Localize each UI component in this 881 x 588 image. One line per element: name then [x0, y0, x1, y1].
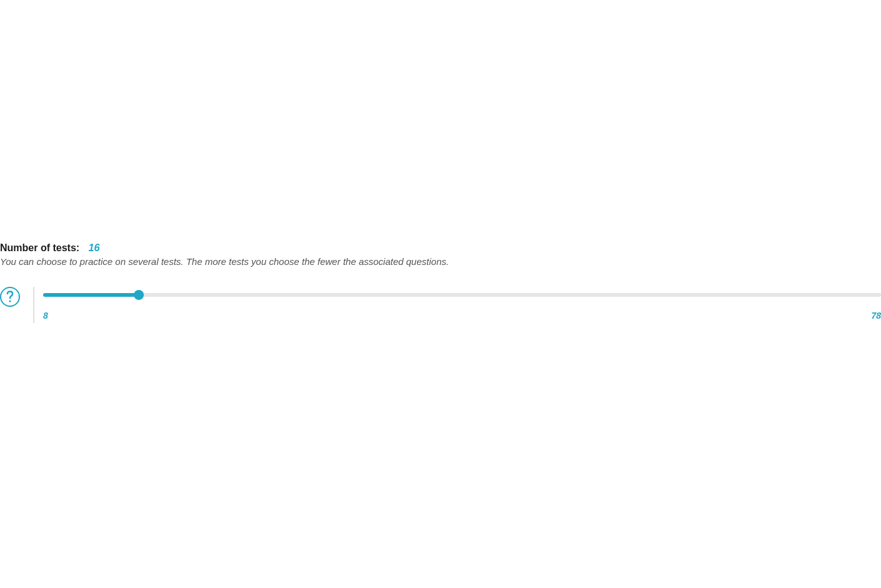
vertical-divider: [33, 287, 34, 323]
help-icon-wrapper: [0, 287, 20, 307]
slider-fill: [43, 293, 139, 297]
slider-track[interactable]: [43, 293, 881, 297]
slider-label: Number of tests:: [0, 242, 79, 253]
slider-min-label: 8: [43, 311, 48, 321]
slider-max-label: 78: [871, 311, 881, 321]
svg-point-0: [9, 300, 11, 302]
slider-range-labels: 8 78: [43, 311, 881, 321]
header-row: Number of tests: 16: [0, 242, 881, 254]
slider-current-value: 16: [89, 242, 100, 253]
help-icon[interactable]: [0, 287, 20, 307]
slider-thumb[interactable]: [134, 290, 144, 300]
slider-description: You can choose to practice on several te…: [0, 256, 881, 267]
question-mark-icon: [6, 291, 14, 303]
slider-row: 8 78: [0, 287, 881, 323]
slider-control-section: Number of tests: 16 You can choose to pr…: [0, 242, 881, 323]
slider-wrapper: 8 78: [43, 287, 881, 321]
